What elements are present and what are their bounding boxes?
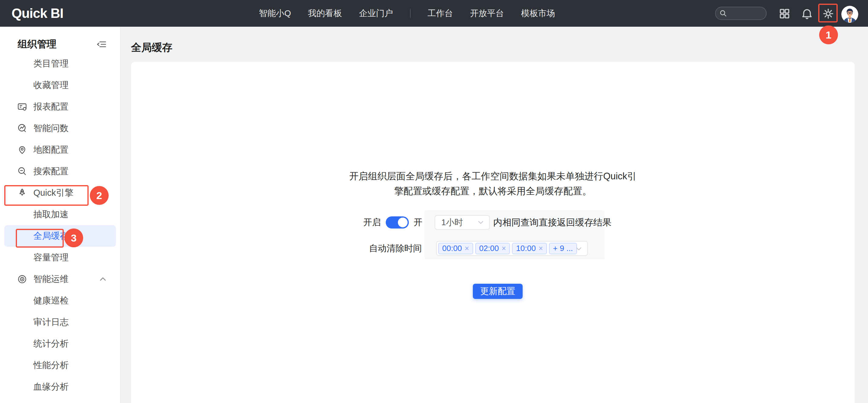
- sidebar-item-audit-log[interactable]: 审计日志: [0, 311, 120, 333]
- search-input[interactable]: [730, 9, 763, 18]
- chevron-down-icon: [575, 245, 582, 252]
- toggle-knob: [398, 218, 408, 227]
- global-cache-card: 开启组织层面全局缓存后，各工作空间数据集如果未单独进行Quick引 擎配置或缓存…: [131, 62, 855, 403]
- sidebar-item-category-mgmt[interactable]: 类目管理: [0, 53, 120, 74]
- ops-icon: [17, 274, 27, 284]
- sidebar-item-report-config[interactable]: 报表配置: [0, 96, 120, 118]
- annotation-badge-1: 1: [819, 26, 838, 44]
- annotation-box-quick-engine: [4, 185, 89, 206]
- cache-duration-select[interactable]: 1小时: [435, 215, 490, 230]
- sidebar-item-statistics-analysis[interactable]: 统计分析: [0, 333, 120, 354]
- smart-qa-icon: [17, 123, 27, 133]
- cache-description-line1: 开启组织层面全局缓存后，各工作空间数据集如果未单独进行Quick引: [131, 169, 855, 184]
- sidebar-item-label: 智能运维: [33, 273, 69, 285]
- sidebar-item-map-config[interactable]: 地图配置: [0, 139, 120, 160]
- report-config-icon: [17, 102, 27, 112]
- sidebar-item-extract-acceleration[interactable]: 抽取加速: [0, 204, 120, 225]
- more-tags-count: + 9 ...: [553, 244, 573, 253]
- sidebar-item-label: 报表配置: [33, 101, 69, 113]
- enable-row: 开启 开: [344, 215, 423, 230]
- time-tag: 10:00 ×: [512, 243, 547, 254]
- nav-my-dashboard[interactable]: 我的看板: [308, 8, 342, 19]
- sidebar-item-label: 审计日志: [33, 316, 69, 328]
- time-tag-value: 10:00: [516, 244, 536, 253]
- nav-divider: [410, 9, 411, 18]
- menu-fold-icon[interactable]: [96, 39, 107, 50]
- cache-description: 开启组织层面全局缓存后，各工作空间数据集如果未单独进行Quick引 擎配置或缓存…: [131, 169, 855, 198]
- sidebar-item-health-check[interactable]: 健康巡检: [0, 290, 120, 311]
- time-tag: 00:00 ×: [438, 243, 473, 254]
- sidebar: 组织管理 类目管理 收藏管理 报表配置 智能问数 地图配置: [0, 27, 121, 403]
- tag-remove-icon[interactable]: ×: [502, 245, 506, 252]
- sidebar-item-smart-ops[interactable]: 智能运维: [0, 268, 120, 290]
- sidebar-item-lineage-analysis[interactable]: 血缘分析: [0, 376, 120, 398]
- user-avatar[interactable]: [841, 6, 858, 23]
- nav-open-platform[interactable]: 开放平台: [470, 8, 504, 19]
- chevron-down-icon: [477, 219, 485, 226]
- sidebar-item-label: 抽取加速: [33, 209, 69, 221]
- chevron-up-icon[interactable]: [99, 275, 107, 283]
- time-tag-value: 00:00: [442, 244, 462, 253]
- screen: Quick BI 智能小Q 我的看板 企业门户 工作台 开放平台 模板市场: [0, 0, 868, 403]
- sidebar-item-label: 容量管理: [33, 252, 69, 264]
- sidebar-item-label: 统计分析: [33, 338, 69, 350]
- cache-enable-toggle[interactable]: [386, 216, 409, 228]
- global-search[interactable]: [715, 7, 767, 20]
- sidebar-item-label: 智能问数: [33, 122, 69, 134]
- nav-smart-q[interactable]: 智能小Q: [259, 8, 291, 19]
- nav-template-market[interactable]: 模板市场: [521, 8, 555, 19]
- sidebar-title: 组织管理: [18, 38, 57, 51]
- sidebar-item-label: 性能分析: [33, 359, 69, 371]
- search-icon: [719, 9, 727, 17]
- apps-grid-icon[interactable]: [779, 8, 790, 20]
- sidebar-item-label: 健康巡检: [33, 294, 69, 307]
- annotation-badge-2: 2: [90, 186, 108, 205]
- sidebar-item-capacity-mgmt[interactable]: 容量管理: [0, 247, 120, 268]
- update-config-button[interactable]: 更新配置: [473, 284, 523, 299]
- tag-remove-icon[interactable]: ×: [465, 245, 469, 252]
- more-tags-badge: + 9 ...: [549, 243, 577, 254]
- sidebar-header: 组织管理: [0, 27, 120, 53]
- annotation-badge-3: 3: [64, 228, 83, 247]
- sidebar-item-favorites-mgmt[interactable]: 收藏管理: [0, 74, 120, 96]
- sidebar-item-performance-analysis[interactable]: 性能分析: [0, 354, 120, 376]
- nav-enterprise-portal[interactable]: 企业门户: [359, 8, 393, 19]
- quickbi-logo: Quick BI: [11, 0, 63, 27]
- cache-description-line2: 擎配置或缓存配置，默认将采用全局缓存配置。: [131, 184, 855, 198]
- sidebar-item-label: 收藏管理: [33, 79, 69, 91]
- sidebar-item-label: 地图配置: [33, 144, 69, 156]
- time-tag: 02:00 ×: [475, 243, 510, 254]
- avatar-illustration: [841, 6, 858, 23]
- time-tag-value: 02:00: [479, 244, 499, 253]
- main-content: 全局缓存 开启组织层面全局缓存后，各工作空间数据集如果未单独进行Quick引 擎…: [121, 27, 868, 403]
- toggle-state-text: 开: [414, 216, 423, 228]
- annotation-box-settings: [818, 4, 838, 23]
- bell-icon[interactable]: [801, 8, 813, 20]
- nav-workbench[interactable]: 工作台: [428, 8, 453, 19]
- sidebar-item-label: 搜索配置: [33, 165, 69, 178]
- sidebar-item-label: 类目管理: [33, 58, 69, 70]
- map-config-icon: [17, 145, 27, 155]
- sidebar-item-search-config[interactable]: 搜索配置: [0, 160, 120, 182]
- auto-clear-time-multiselect[interactable]: 00:00 × 02:00 × 10:00 × + 9 ...: [436, 241, 588, 256]
- sidebar-item-smart-qa[interactable]: 智能问数: [0, 118, 120, 139]
- top-navigation: 智能小Q 我的看板 企业门户 工作台 开放平台 模板市场: [259, 0, 555, 27]
- annotation-box-global-cache: [16, 229, 64, 248]
- cache-duration-value: 1小时: [441, 217, 463, 228]
- enable-label: 开启: [363, 216, 381, 228]
- search-config-icon: [17, 166, 27, 177]
- sidebar-item-label: 血缘分析: [33, 381, 69, 393]
- cache-duration-suffix: 内相同查询直接返回缓存结果: [493, 215, 612, 230]
- page-title: 全局缓存: [131, 41, 173, 55]
- tag-remove-icon[interactable]: ×: [538, 245, 543, 252]
- auto-clear-label: 自动清除时间: [344, 241, 422, 256]
- topbar: Quick BI 智能小Q 我的看板 企业门户 工作台 开放平台 模板市场: [0, 0, 868, 27]
